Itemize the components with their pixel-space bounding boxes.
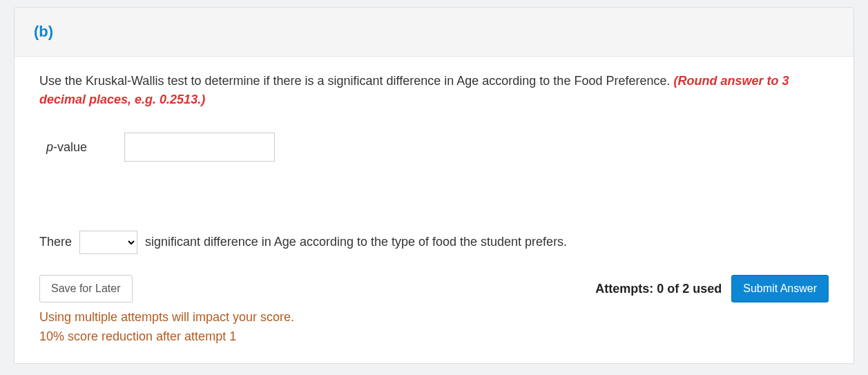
impact-line-1: Using multiple attempts will impact your… bbox=[39, 308, 829, 327]
panel-header: (b) bbox=[15, 8, 853, 57]
attempts-text: Attempts: 0 of 2 used bbox=[595, 282, 722, 296]
pvalue-input[interactable] bbox=[124, 133, 275, 162]
significance-select[interactable] bbox=[79, 231, 137, 254]
pvalue-p: p bbox=[46, 140, 53, 154]
impact-note: Using multiple attempts will impact your… bbox=[39, 308, 829, 347]
footer-row: Save for Later Attempts: 0 of 2 used Sub… bbox=[39, 275, 829, 302]
part-label: (b) bbox=[34, 23, 53, 40]
conclusion-sentence: There significant difference in Age acco… bbox=[39, 231, 829, 254]
panel-body: Use the Kruskal-Wallis test to determine… bbox=[15, 57, 853, 363]
sentence-after: significant difference in Age according … bbox=[145, 235, 567, 249]
impact-line-2: 10% score reduction after attempt 1 bbox=[39, 327, 829, 347]
submit-answer-button[interactable]: Submit Answer bbox=[731, 275, 829, 302]
pvalue-suffix: -value bbox=[53, 140, 87, 154]
question-text: Use the Kruskal-Wallis test to determine… bbox=[39, 72, 829, 109]
question-main: Use the Kruskal-Wallis test to determine… bbox=[39, 74, 673, 88]
save-for-later-button[interactable]: Save for Later bbox=[39, 275, 133, 302]
sentence-before: There bbox=[39, 235, 72, 249]
footer-right: Attempts: 0 of 2 used Submit Answer bbox=[595, 275, 829, 302]
pvalue-row: p-value bbox=[39, 133, 829, 162]
pvalue-label: p-value bbox=[46, 140, 87, 155]
question-panel: (b) Use the Kruskal-Wallis test to deter… bbox=[14, 7, 854, 364]
